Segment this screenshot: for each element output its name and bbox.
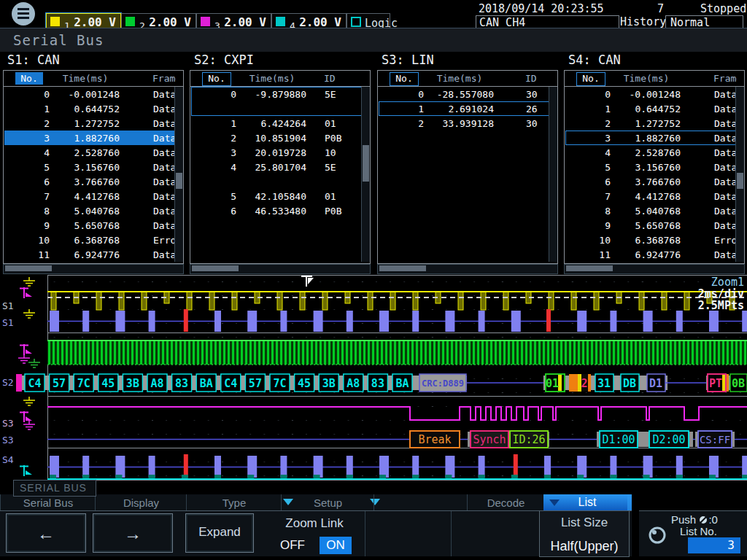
svg-text:7C: 7C — [273, 377, 286, 390]
menu-tab-4[interactable] — [374, 494, 468, 510]
column-header-no[interactable]: No. — [15, 72, 43, 85]
column-header-no[interactable]: No. — [202, 72, 231, 86]
list-row[interactable]: 8 5.040768 Data — [565, 203, 735, 218]
zoom-link-control[interactable]: Zoom Link OFF ON — [267, 511, 362, 556]
selection-outline — [191, 87, 362, 116]
vertical-scrollbar[interactable] — [361, 87, 370, 262]
vertical-scrollbar[interactable] — [735, 87, 744, 262]
list-table: No.Time(ms)ID 0 -9.879880 5E 1 6.424264 … — [190, 70, 371, 264]
column-header-3[interactable]: ID — [324, 72, 347, 85]
list-row[interactable]: 0 -28.557080 30 — [379, 87, 549, 101]
list-size-value[interactable]: Half(Upper) — [540, 539, 629, 554]
column-header-time[interactable]: Time(ms) — [239, 72, 306, 85]
logic-swatch — [351, 17, 361, 27]
menu-tab-2[interactable]: Type — [186, 494, 282, 510]
column-header-3[interactable]: Frame — [713, 72, 737, 85]
vertical-scrollbar[interactable] — [174, 87, 183, 262]
column-header-time[interactable]: Time(ms) — [613, 72, 680, 85]
column-header-no[interactable]: No. — [576, 72, 605, 86]
list-row[interactable]: 6 3.766760 Data — [4, 174, 174, 189]
menu-group-tag: SERIAL BUS — [13, 480, 96, 497]
list-row[interactable]: 2 33.939128 30 — [379, 116, 549, 131]
column-header-3[interactable]: Frame — [152, 72, 176, 85]
list-row[interactable]: 6 3.766760 Data — [565, 174, 735, 189]
horizontal-scrollbar[interactable] — [377, 264, 558, 274]
column-header-time[interactable]: Time(ms) — [52, 72, 119, 85]
svg-text:57: 57 — [53, 377, 66, 390]
list-row[interactable]: 9 5.650768 Data — [565, 218, 735, 233]
svg-text:DB: DB — [623, 377, 636, 390]
channel-color-swatch — [50, 17, 60, 26]
knob-glyph-icon — [699, 516, 708, 525]
list-title: S4: CAN — [568, 52, 621, 67]
list-row[interactable]: 9 5.650768 Data — [4, 218, 174, 233]
hamburger-icon — [18, 8, 29, 10]
menu-tab-0[interactable]: Serial Bus — [0, 494, 96, 510]
rotary-knob-icon[interactable] — [646, 524, 668, 546]
svg-text:83: 83 — [175, 377, 188, 390]
list-row[interactable]: 6 46.533480 P0B — [191, 203, 361, 218]
expand-button[interactable]: Expand — [185, 513, 254, 553]
menu-tab-list[interactable]: List — [543, 494, 631, 510]
list-row[interactable]: 7 4.412768 Data — [565, 189, 735, 203]
horizontal-scrollbar[interactable] — [190, 264, 371, 274]
column-header-no[interactable]: No. — [390, 72, 419, 86]
list-row[interactable]: 0 -0.001248 Data — [4, 87, 174, 101]
column-header-3[interactable]: ID — [525, 72, 549, 85]
svg-text:S4: S4 — [2, 454, 14, 465]
list-row[interactable]: 7 4.412768 Data — [4, 189, 174, 203]
list-row[interactable]: 1 0.644752 Data — [4, 101, 174, 116]
list-row[interactable]: 2 10.851904 P0B — [191, 131, 361, 145]
list-row[interactable]: 11 6.924776 Data — [4, 247, 174, 262]
list-row[interactable]: 4 2.528760 Data — [565, 145, 735, 160]
svg-text:S1: S1 — [2, 300, 14, 311]
svg-text:PT: PT — [709, 377, 722, 390]
list-row[interactable]: 5 42.105840 01 — [191, 189, 361, 203]
scroll-left-button[interactable]: ← — [6, 513, 86, 553]
svg-text:BA: BA — [200, 377, 213, 390]
svg-text:S3: S3 — [2, 418, 14, 429]
push-knob-hint: Push :0 — [671, 513, 718, 526]
list-panel-s4: S4: CANNo.Time(ms)Frame 0 -0.001248 Data… — [564, 52, 746, 274]
list-row[interactable]: 2 1.272752 Data — [4, 116, 174, 131]
list-row[interactable]: 10 6.368768 Error — [4, 233, 174, 247]
horizontal-scrollbar[interactable] — [3, 264, 184, 274]
main-menu-button[interactable] — [12, 2, 35, 26]
svg-text:CS:FF: CS:FF — [700, 434, 730, 446]
list-row[interactable]: 3 1.882760 Data — [4, 131, 174, 145]
list-row[interactable]: 3 20.019728 10 — [191, 145, 361, 160]
list-no-value[interactable]: 3 — [688, 537, 740, 553]
list-row[interactable]: 0 -0.001248 Data — [565, 87, 735, 101]
svg-text:45: 45 — [101, 377, 115, 390]
list-row[interactable]: 4 2.528760 Data — [4, 145, 174, 160]
dialog-title-bar: Serial Bus — [0, 28, 747, 52]
knob-assignment-panel: Push :0 List No. 3 — [639, 510, 747, 556]
list-row[interactable]: 1 6.424264 01 — [191, 116, 361, 131]
svg-text:Synch: Synch — [473, 433, 506, 446]
menu-tab-1[interactable]: Display — [95, 494, 187, 510]
svg-text:01: 01 — [546, 377, 559, 390]
list-row[interactable]: 5 3.156760 Data — [4, 160, 174, 174]
list-row[interactable]: 1 0.644752 Data — [565, 101, 735, 116]
list-row[interactable]: 4 25.801704 5E — [191, 160, 361, 174]
horizontal-scrollbar[interactable] — [564, 264, 745, 274]
zoom-link-off[interactable]: OFF — [280, 538, 305, 553]
list-title: S1: CAN — [7, 52, 60, 67]
channel-bar: 1 2.00 V 2 2.00 V 3 2.00 V 4 2.00 V — [0, 0, 747, 29]
list-row[interactable]: 10 6.368768 Error — [565, 233, 735, 247]
menu-tab-3[interactable]: Setup — [281, 494, 374, 510]
list-row[interactable]: 8 5.040768 Data — [4, 203, 174, 218]
menu-tab-5[interactable]: Decode — [467, 494, 544, 510]
list-row[interactable]: 11 6.924776 Data — [565, 247, 735, 262]
soft-key-row: ← → Expand Zoom Link OFF ON List Size Ha… — [0, 510, 632, 556]
scroll-right-button[interactable]: → — [93, 513, 173, 553]
right-arrow-icon: → — [93, 524, 172, 544]
list-size-menu-item[interactable]: List Size Half(Upper) — [539, 511, 630, 557]
list-table: No.Time(ms)Frame 0 -0.001248 Data 1 0.64… — [3, 70, 184, 264]
column-header-time[interactable]: Time(ms) — [426, 72, 493, 85]
svg-text:A8: A8 — [347, 377, 360, 390]
zoom-link-on[interactable]: ON — [320, 537, 352, 554]
list-row[interactable]: 2 1.272752 Data — [565, 116, 735, 131]
vertical-scrollbar[interactable] — [549, 87, 557, 262]
list-row[interactable]: 5 3.156760 Data — [565, 160, 735, 174]
